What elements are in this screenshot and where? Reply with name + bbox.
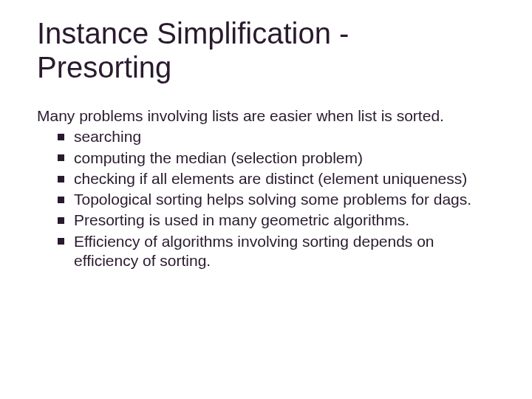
- list-item-text: searching: [74, 128, 141, 145]
- square-bullet-icon: [58, 154, 64, 161]
- square-bullet-icon: [58, 238, 64, 245]
- bullet-list: searching computing the median (selectio…: [37, 127, 495, 270]
- list-item-text: Topological sorting helps solving some p…: [74, 191, 471, 208]
- list-item: checking if all elements are distinct (e…: [58, 169, 495, 188]
- list-item-text: checking if all elements are distinct (e…: [74, 170, 467, 187]
- square-bullet-icon: [58, 217, 64, 224]
- square-bullet-icon: [58, 134, 64, 140]
- list-item: searching: [58, 127, 495, 146]
- title-line-2: Presorting: [37, 51, 171, 83]
- list-item-text: Presorting is used in many geometric alg…: [74, 211, 409, 228]
- list-item: Efficiency of algorithms involving sorti…: [58, 232, 495, 271]
- square-bullet-icon: [58, 176, 64, 183]
- square-bullet-icon: [58, 197, 64, 203]
- list-item: computing the median (selection problem): [58, 149, 495, 168]
- slide: Instance Simplification - Presorting Man…: [0, 0, 532, 399]
- slide-title: Instance Simplification - Presorting: [37, 16, 495, 84]
- list-item: Topological sorting helps solving some p…: [58, 190, 495, 209]
- list-item-text: Efficiency of algorithms involving sorti…: [74, 233, 434, 269]
- intro-text: Many problems involving lists are easier…: [37, 106, 495, 126]
- title-line-1: Instance Simplification -: [37, 17, 349, 50]
- list-item: Presorting is used in many geometric alg…: [58, 211, 495, 230]
- list-item-text: computing the median (selection problem): [74, 149, 363, 166]
